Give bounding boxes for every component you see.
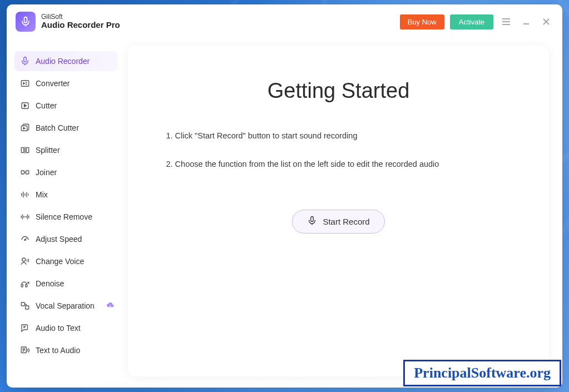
sidebar-item-label: Change Voice [36, 257, 84, 266]
sidebar-item-joiner[interactable]: Joiner [14, 162, 118, 182]
brand-logo [16, 12, 36, 32]
svg-point-34 [22, 258, 26, 261]
microphone-icon [307, 216, 317, 227]
sidebar-item-splitter[interactable]: Splitter [14, 140, 118, 160]
close-icon[interactable] [539, 14, 553, 29]
sidebar-item-mix[interactable]: Mix [14, 185, 118, 205]
sidebar-item-cutter[interactable]: Cutter [14, 96, 118, 116]
sidebar-item-label: Text to Audio [36, 346, 80, 355]
step-2: 2. Choose the function from the list on … [166, 158, 511, 171]
sidebar-item-converter[interactable]: Converter [14, 73, 118, 93]
titlebar: GiliSoft Audio Recorder Pro Buy Now Acti… [7, 4, 562, 34]
svg-rect-8 [24, 57, 27, 62]
page-title: Getting Started [150, 79, 527, 103]
converter-icon [20, 78, 30, 88]
cutter-icon [20, 101, 30, 111]
sidebar-item-label: Batch Cutter [36, 123, 79, 132]
batch-cutter-icon [20, 123, 30, 133]
menu-icon[interactable] [499, 14, 513, 29]
sidebar-item-label: Vocal Separation [36, 301, 95, 310]
vocal-sep-icon [20, 301, 30, 311]
text-to-audio-icon [20, 345, 30, 355]
app-window: GiliSoft Audio Recorder Pro Buy Now Acti… [7, 4, 562, 388]
sidebar: Audio Recorder Converter Cutter Batch Cu… [7, 34, 123, 388]
step-1: 1. Click "Start Record" button to start … [166, 130, 511, 142]
cloud-download-icon [106, 301, 115, 311]
start-record-button[interactable]: Start Record [292, 210, 384, 234]
microphone-icon [20, 16, 31, 27]
microphone-icon [20, 56, 30, 66]
sidebar-item-audio-recorder[interactable]: Audio Recorder [14, 51, 118, 71]
audio-to-text-icon [20, 323, 30, 333]
sidebar-item-label: Adjust Speed [36, 235, 82, 244]
content: Audio Recorder Converter Cutter Batch Cu… [7, 34, 562, 388]
sidebar-item-batch-cutter[interactable]: Batch Cutter [14, 118, 118, 138]
steps-list: 1. Click "Start Record" button to start … [166, 130, 511, 171]
speed-icon [20, 234, 30, 244]
svg-rect-42 [311, 217, 314, 222]
joiner-icon [20, 167, 30, 177]
watermark: PrincipalSoftware.org [403, 360, 561, 386]
sidebar-item-vocal-separation[interactable]: Vocal Separation [14, 296, 118, 316]
sidebar-item-label: Cutter [36, 101, 57, 110]
svg-point-33 [24, 239, 26, 240]
main-area: Getting Started 1. Click "Start Record" … [123, 34, 562, 388]
svg-rect-19 [26, 171, 29, 174]
sidebar-item-silence-remove[interactable]: Silence Remove [14, 207, 118, 227]
sidebar-item-label: Converter [36, 79, 70, 88]
sidebar-item-label: Audio to Text [36, 324, 81, 333]
sidebar-item-adjust-speed[interactable]: Adjust Speed [14, 229, 118, 249]
svg-rect-36 [26, 285, 27, 287]
svg-rect-0 [24, 17, 27, 23]
brand-text: GiliSoft Audio Recorder Pro [41, 13, 120, 30]
brand: GiliSoft Audio Recorder Pro [16, 12, 120, 32]
svg-rect-16 [26, 148, 29, 153]
sidebar-item-text-to-audio[interactable]: Text to Audio [14, 340, 118, 360]
svg-rect-35 [21, 285, 23, 287]
svg-rect-39 [21, 302, 24, 306]
sidebar-item-label: Audio Recorder [36, 57, 90, 66]
silence-icon [20, 212, 30, 222]
splitter-icon [20, 145, 30, 155]
voice-icon [20, 256, 30, 266]
start-record-label: Start Record [323, 217, 369, 226]
sidebar-item-denoise[interactable]: Denoise [14, 274, 118, 294]
svg-rect-40 [26, 306, 29, 309]
activate-button[interactable]: Activate [450, 14, 493, 29]
sidebar-item-label: Silence Remove [36, 212, 92, 221]
content-panel: Getting Started 1. Click "Start Record" … [128, 46, 549, 376]
sidebar-item-label: Joiner [36, 168, 57, 177]
svg-marker-14 [23, 127, 25, 129]
sidebar-item-change-voice[interactable]: Change Voice [14, 251, 118, 271]
sidebar-item-label: Splitter [36, 146, 60, 155]
title-actions: Buy Now Activate [400, 14, 553, 29]
sidebar-item-label: Mix [36, 190, 48, 199]
svg-rect-18 [21, 171, 24, 174]
sidebar-item-audio-to-text[interactable]: Audio to Text [14, 318, 118, 338]
svg-rect-15 [21, 148, 24, 153]
brand-line2: Audio Recorder Pro [41, 21, 120, 30]
svg-marker-12 [24, 105, 27, 107]
mix-icon [20, 190, 30, 200]
buy-now-button[interactable]: Buy Now [400, 14, 444, 29]
sidebar-item-label: Denoise [36, 279, 64, 288]
minimize-icon[interactable] [519, 14, 533, 29]
denoise-icon [20, 279, 30, 289]
